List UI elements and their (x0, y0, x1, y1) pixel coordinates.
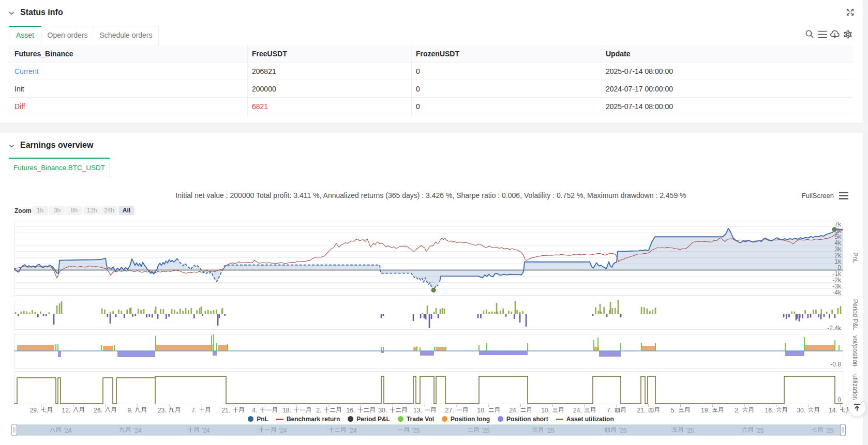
svg-text:18.: 18. (282, 407, 291, 414)
svg-text:PnL: PnL (851, 252, 859, 264)
svg-text:-0.8: -0.8 (830, 361, 841, 368)
svg-text:4.: 4. (252, 407, 258, 414)
svg-text:14.: 14. (829, 407, 837, 414)
svg-text:10.: 10. (477, 407, 486, 414)
svg-text:2.: 2. (735, 407, 740, 414)
svg-text:30.: 30. (797, 407, 805, 414)
svg-text:'25: '25 (826, 427, 834, 434)
svg-text:'25: '25 (686, 427, 694, 434)
svg-text:'24: '24 (133, 427, 142, 434)
svg-text:19.: 19. (701, 407, 710, 414)
svg-text:'24: '24 (349, 427, 357, 434)
svg-text:16.: 16. (765, 407, 774, 414)
svg-text:0: 0 (837, 396, 841, 404)
svg-text:'24: '24 (64, 427, 72, 434)
svg-text:'25: '25 (546, 427, 555, 434)
svg-text:-4k: -4k (832, 289, 842, 296)
svg-text:21.: 21. (221, 407, 230, 414)
svg-text:utilization: utilization (851, 374, 859, 400)
svg-text:'25: '25 (619, 427, 627, 434)
svg-text:27.: 27. (445, 407, 454, 414)
svg-text:7.: 7. (191, 407, 197, 414)
svg-text:16.: 16. (347, 407, 355, 414)
svg-text:24.: 24. (573, 407, 582, 414)
svg-text:9.: 9. (127, 407, 132, 414)
svg-text:24.: 24. (509, 407, 518, 414)
svg-text:vol/position: vol/position (851, 335, 859, 366)
svg-text:Period P&L: Period P&L (851, 299, 859, 331)
svg-text:7.: 7. (607, 407, 612, 414)
svg-text:2.: 2. (316, 407, 321, 414)
svg-text:29.: 29. (30, 407, 39, 414)
svg-text:'25: '25 (482, 427, 490, 434)
svg-text:23.: 23. (158, 407, 167, 414)
svg-text:13.: 13. (413, 407, 422, 414)
svg-text:10.: 10. (541, 407, 550, 414)
svg-text:'25: '25 (756, 427, 764, 434)
svg-text:'25: '25 (412, 427, 420, 434)
svg-text:21.: 21. (637, 407, 646, 414)
svg-text:26.: 26. (94, 407, 102, 414)
svg-text:'24: '24 (279, 427, 287, 434)
svg-text:12.: 12. (62, 407, 71, 414)
svg-text:'24: '24 (202, 427, 210, 434)
svg-text:-2.4k: -2.4k (827, 325, 842, 332)
svg-text:5.: 5. (671, 407, 676, 414)
svg-text:30.: 30. (378, 407, 387, 414)
